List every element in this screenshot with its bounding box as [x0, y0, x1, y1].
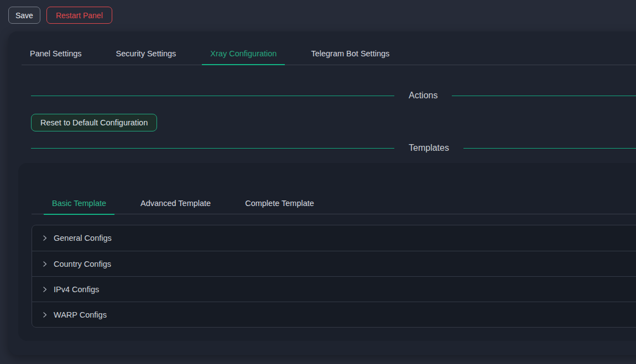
chevron-right-icon: [41, 312, 48, 318]
chevron-right-icon: [41, 286, 48, 293]
reset-default-configuration-button[interactable]: Reset to Default Configuration: [31, 114, 157, 131]
divider-line: [463, 148, 636, 149]
tab-complete-template[interactable]: Complete Template: [237, 193, 322, 215]
divider-line: [31, 96, 394, 96]
restart-panel-button[interactable]: Restart Panel: [46, 7, 112, 24]
top-action-bar: Save Restart Panel: [0, 0, 636, 31]
tab-advanced-template[interactable]: Advanced Template: [132, 193, 219, 215]
template-tab-bar: Basic Template Advanced Template Complet…: [44, 163, 636, 214]
collapse-header-country-configs[interactable]: Country Configs: [32, 251, 636, 276]
actions-divider: Actions: [31, 89, 636, 102]
collapse-label: Country Configs: [54, 260, 111, 268]
actions-divider-label: Actions: [409, 91, 437, 101]
tab-xray-configuration[interactable]: Xray Configuration: [202, 43, 285, 65]
collapse-header-warp-configs[interactable]: WARP Configs: [32, 302, 636, 327]
chevron-right-icon: [41, 261, 48, 267]
templates-card: Basic Template Advanced Template Complet…: [18, 163, 636, 341]
template-tab-bar-underline: [32, 214, 636, 214]
tab-basic-template[interactable]: Basic Template: [44, 193, 114, 215]
templates-divider-label: Templates: [409, 143, 449, 153]
tab-security-settings[interactable]: Security Settings: [108, 43, 185, 65]
collapse-label: IPv4 Configs: [54, 285, 99, 294]
collapse-header-general-configs[interactable]: General Configs: [32, 225, 636, 251]
collapse-label: WARP Configs: [54, 310, 107, 319]
tab-telegram-bot-settings[interactable]: Telegram Bot Settings: [303, 43, 398, 65]
divider-line: [31, 148, 394, 149]
settings-tab-bar: Panel Settings Security Settings Xray Co…: [22, 31, 636, 65]
templates-divider: Templates: [31, 141, 636, 155]
save-button[interactable]: Save: [8, 7, 40, 24]
chevron-right-icon: [41, 235, 48, 241]
tab-panel-settings[interactable]: Panel Settings: [22, 43, 90, 65]
config-collapse-list: General Configs Country Configs IPv4 Con…: [32, 225, 636, 328]
divider-line: [452, 96, 636, 96]
settings-card: Panel Settings Security Settings Xray Co…: [8, 31, 636, 355]
collapse-header-ipv4-configs[interactable]: IPv4 Configs: [32, 276, 636, 302]
collapse-label: General Configs: [54, 234, 112, 242]
